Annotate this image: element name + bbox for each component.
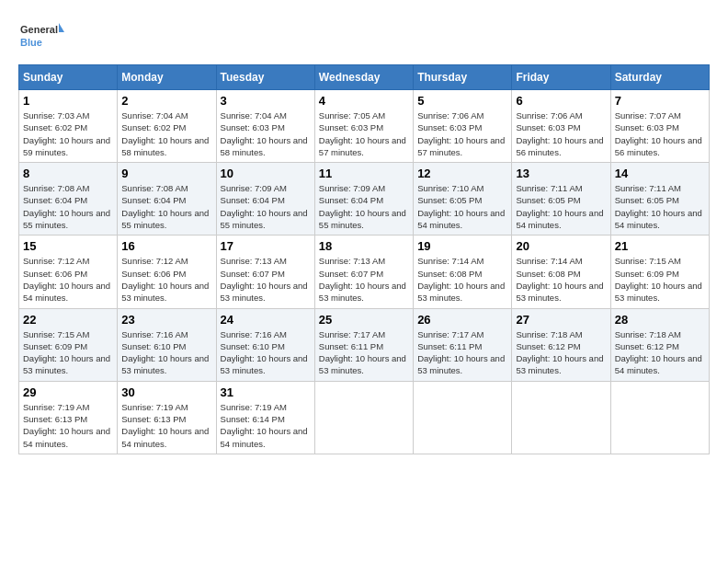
header: General Blue [18,18,710,55]
calendar-day-cell: 27Sunrise: 7:18 AMSunset: 6:12 PMDayligh… [512,308,610,381]
day-number: 11 [319,167,409,180]
day-number: 14 [615,167,705,180]
calendar-day-cell: 16Sunrise: 7:12 AMSunset: 6:06 PMDayligh… [118,236,216,308]
calendar-day-cell: 7Sunrise: 7:07 AMSunset: 6:03 PMDaylight… [610,90,709,163]
day-info: Sunrise: 7:18 AMSunset: 6:12 PMDaylight:… [615,328,705,377]
calendar-day-cell: 21Sunrise: 7:15 AMSunset: 6:09 PMDayligh… [610,236,709,308]
day-info: Sunrise: 7:17 AMSunset: 6:11 PMDaylight:… [417,328,507,377]
svg-marker-2 [59,23,64,32]
day-info: Sunrise: 7:15 AMSunset: 6:09 PMDaylight:… [23,328,113,377]
weekday-header-friday: Friday [512,65,610,90]
day-number: 30 [121,385,211,399]
day-number: 10 [221,167,311,180]
empty-cell [610,381,709,454]
calendar-day-cell: 18Sunrise: 7:13 AMSunset: 6:07 PMDayligh… [314,236,413,308]
day-info: Sunrise: 7:09 AMSunset: 6:04 PMDaylight:… [319,182,409,231]
calendar-day-cell: 6Sunrise: 7:06 AMSunset: 6:03 PMDaylight… [512,90,610,163]
calendar-day-cell: 25Sunrise: 7:17 AMSunset: 6:11 PMDayligh… [314,308,413,381]
calendar-day-cell: 5Sunrise: 7:06 AMSunset: 6:03 PMDaylight… [414,90,512,163]
day-number: 3 [221,94,311,108]
weekday-header-sunday: Sunday [19,65,118,90]
calendar-day-cell: 31Sunrise: 7:19 AMSunset: 6:14 PMDayligh… [216,381,314,454]
day-number: 2 [121,94,211,108]
day-number: 23 [121,313,211,327]
day-info: Sunrise: 7:14 AMSunset: 6:08 PMDaylight:… [417,255,507,304]
day-info: Sunrise: 7:18 AMSunset: 6:12 PMDaylight:… [516,328,606,377]
calendar-day-cell: 8Sunrise: 7:08 AMSunset: 6:04 PMDaylight… [19,163,118,236]
day-info: Sunrise: 7:15 AMSunset: 6:09 PMDaylight:… [615,255,705,304]
calendar-week-row: 22Sunrise: 7:15 AMSunset: 6:09 PMDayligh… [19,308,710,381]
calendar-day-cell: 23Sunrise: 7:16 AMSunset: 6:10 PMDayligh… [118,308,216,381]
day-info: Sunrise: 7:04 AMSunset: 6:02 PMDaylight:… [121,109,211,158]
day-number: 8 [23,167,113,180]
calendar-week-row: 15Sunrise: 7:12 AMSunset: 6:06 PMDayligh… [19,236,710,308]
day-number: 24 [221,313,311,327]
weekday-header-wednesday: Wednesday [314,65,413,90]
day-info: Sunrise: 7:08 AMSunset: 6:04 PMDaylight:… [23,182,113,231]
day-info: Sunrise: 7:14 AMSunset: 6:08 PMDaylight:… [516,255,606,304]
calendar-day-cell: 19Sunrise: 7:14 AMSunset: 6:08 PMDayligh… [414,236,512,308]
calendar-day-cell: 30Sunrise: 7:19 AMSunset: 6:13 PMDayligh… [118,381,216,454]
calendar-day-cell: 15Sunrise: 7:12 AMSunset: 6:06 PMDayligh… [19,236,118,308]
day-number: 31 [221,385,311,399]
calendar-day-cell: 17Sunrise: 7:13 AMSunset: 6:07 PMDayligh… [216,236,314,308]
calendar-day-cell: 4Sunrise: 7:05 AMSunset: 6:03 PMDaylight… [314,90,413,163]
day-number: 1 [23,94,113,108]
day-number: 19 [417,239,507,253]
day-number: 13 [516,167,606,180]
day-info: Sunrise: 7:13 AMSunset: 6:07 PMDaylight:… [221,255,311,304]
day-number: 17 [221,239,311,253]
day-info: Sunrise: 7:11 AMSunset: 6:05 PMDaylight:… [516,182,606,231]
logo: General Blue [18,18,64,55]
day-number: 27 [516,313,606,327]
day-number: 25 [319,313,409,327]
day-info: Sunrise: 7:12 AMSunset: 6:06 PMDaylight:… [121,255,211,304]
day-info: Sunrise: 7:04 AMSunset: 6:03 PMDaylight:… [221,109,311,158]
weekday-header-saturday: Saturday [610,65,709,90]
day-info: Sunrise: 7:19 AMSunset: 6:13 PMDaylight:… [121,401,211,450]
calendar-day-cell: 2Sunrise: 7:04 AMSunset: 6:02 PMDaylight… [118,90,216,163]
day-number: 26 [417,313,507,327]
calendar-day-cell: 24Sunrise: 7:16 AMSunset: 6:10 PMDayligh… [216,308,314,381]
calendar-week-row: 8Sunrise: 7:08 AMSunset: 6:04 PMDaylight… [19,163,710,236]
day-info: Sunrise: 7:12 AMSunset: 6:06 PMDaylight:… [23,255,113,304]
empty-cell [512,381,610,454]
day-number: 12 [417,167,507,180]
day-number: 29 [23,385,113,399]
calendar-day-cell: 13Sunrise: 7:11 AMSunset: 6:05 PMDayligh… [512,163,610,236]
calendar-day-cell: 12Sunrise: 7:10 AMSunset: 6:05 PMDayligh… [414,163,512,236]
calendar-day-cell: 10Sunrise: 7:09 AMSunset: 6:04 PMDayligh… [216,163,314,236]
weekday-header-tuesday: Tuesday [216,65,314,90]
day-info: Sunrise: 7:09 AMSunset: 6:04 PMDaylight:… [221,182,311,231]
calendar: SundayMondayTuesdayWednesdayThursdayFrid… [18,64,710,454]
day-number: 9 [121,167,211,180]
day-info: Sunrise: 7:07 AMSunset: 6:03 PMDaylight:… [615,109,705,158]
day-number: 21 [615,239,705,253]
day-info: Sunrise: 7:05 AMSunset: 6:03 PMDaylight:… [319,109,409,158]
calendar-day-cell: 11Sunrise: 7:09 AMSunset: 6:04 PMDayligh… [314,163,413,236]
day-number: 22 [23,313,113,327]
day-number: 6 [516,94,606,108]
calendar-day-cell: 1Sunrise: 7:03 AMSunset: 6:02 PMDaylight… [19,90,118,163]
calendar-day-cell: 29Sunrise: 7:19 AMSunset: 6:13 PMDayligh… [19,381,118,454]
day-info: Sunrise: 7:16 AMSunset: 6:10 PMDaylight:… [221,328,311,377]
calendar-week-row: 1Sunrise: 7:03 AMSunset: 6:02 PMDaylight… [19,90,710,163]
svg-text:Blue: Blue [20,37,42,48]
day-info: Sunrise: 7:16 AMSunset: 6:10 PMDaylight:… [121,328,211,377]
empty-cell [414,381,512,454]
day-info: Sunrise: 7:19 AMSunset: 6:13 PMDaylight:… [23,401,113,450]
svg-text:General: General [20,24,58,35]
day-number: 4 [319,94,409,108]
weekday-header-monday: Monday [118,65,216,90]
day-number: 7 [615,94,705,108]
calendar-week-row: 29Sunrise: 7:19 AMSunset: 6:13 PMDayligh… [19,381,710,454]
day-info: Sunrise: 7:17 AMSunset: 6:11 PMDaylight:… [319,328,409,377]
day-number: 15 [23,239,113,253]
day-number: 5 [417,94,507,108]
day-info: Sunrise: 7:19 AMSunset: 6:14 PMDaylight:… [221,401,311,450]
day-info: Sunrise: 7:11 AMSunset: 6:05 PMDaylight:… [615,182,705,231]
day-info: Sunrise: 7:08 AMSunset: 6:04 PMDaylight:… [121,182,211,231]
day-info: Sunrise: 7:06 AMSunset: 6:03 PMDaylight:… [516,109,606,158]
day-number: 20 [516,239,606,253]
calendar-day-cell: 28Sunrise: 7:18 AMSunset: 6:12 PMDayligh… [610,308,709,381]
